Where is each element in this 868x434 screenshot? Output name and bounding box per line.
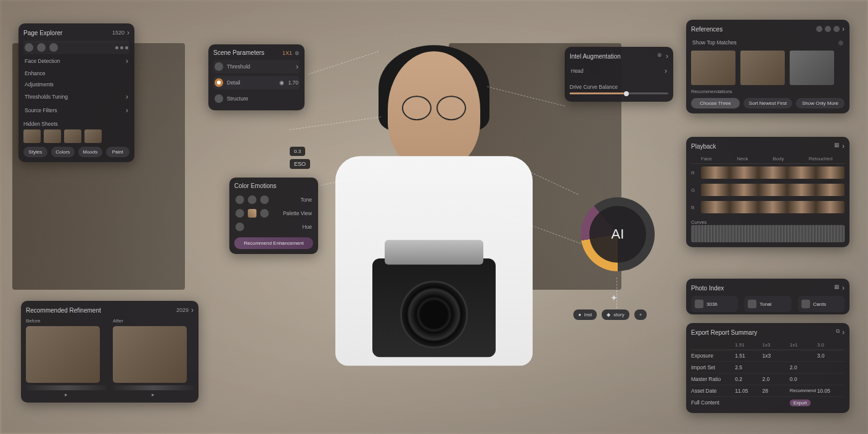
pill-show[interactable]: Show Only More: [796, 98, 845, 108]
thumbnail[interactable]: [64, 129, 81, 143]
tone-row[interactable]: Tone: [234, 193, 313, 207]
avatar-icon: [825, 26, 831, 32]
nav-face-detection[interactable]: Face Detection›: [23, 54, 129, 68]
nav-thresholds[interactable]: Thresholds Tuning›: [23, 90, 129, 104]
palette-row[interactable]: Palette View: [234, 207, 313, 220]
copy-icon[interactable]: ⧉: [836, 328, 840, 337]
grid-icon[interactable]: ▦: [834, 142, 840, 150]
ref-sub: Show Top Matches: [692, 39, 737, 46]
chevron-right-icon[interactable]: ›: [191, 306, 194, 314]
chevron-right-icon[interactable]: ›: [842, 25, 845, 33]
hue-row[interactable]: Hue: [234, 220, 313, 234]
detail-value: 1.70: [288, 80, 298, 86]
photo-index-panel: Photo Index ▦› 3036 Tonal Cards: [686, 279, 850, 314]
ref-thumbnail[interactable]: [740, 51, 785, 85]
playback-panel: Playback ▦› Face Neck Body Retouched R G…: [686, 137, 850, 247]
table-row[interactable]: Exposure1.511x33.0: [691, 350, 845, 362]
more-icon[interactable]: [115, 46, 128, 49]
scene-badge: 1X1: [282, 50, 292, 56]
nav-label: Enhance: [25, 70, 46, 76]
nav-enhance[interactable]: Enhance: [23, 68, 129, 79]
waveform-r[interactable]: [701, 166, 845, 179]
pill-moods[interactable]: Moods: [78, 147, 102, 157]
ai-dial[interactable]: AI: [581, 197, 655, 271]
ref-thumbnail[interactable]: [790, 51, 834, 85]
chevron-right-icon: ›: [126, 106, 128, 115]
after-thumbnail[interactable]: [113, 326, 187, 383]
slider-label: Drive Curve Balance: [570, 84, 668, 90]
index-tonal[interactable]: Tonal: [744, 296, 791, 312]
export-badge[interactable]: Export: [790, 399, 811, 406]
pill-styles[interactable]: Styles: [23, 147, 47, 157]
table-row[interactable]: Full ContentExport: [691, 397, 845, 408]
table-row[interactable]: Import Set2.52.0: [691, 362, 845, 374]
nav-label: Adjustments: [25, 81, 54, 88]
chevron-right-icon[interactable]: ›: [842, 284, 845, 292]
nav-adjustments[interactable]: Adjustments: [23, 79, 129, 90]
pill-paint[interactable]: Paint: [106, 147, 130, 157]
structure-label: Structure: [227, 96, 248, 102]
chip-add[interactable]: +: [634, 309, 647, 320]
balance-slider[interactable]: [570, 92, 668, 94]
play-icon[interactable]: ▸: [113, 391, 194, 398]
crosshair-icon[interactable]: ✦: [610, 293, 618, 303]
close-icon[interactable]: ⊗: [295, 50, 300, 56]
table-row[interactable]: Master Ratio0.22.00.0: [691, 374, 845, 385]
table-row[interactable]: Asset Date11.0528Recommend10.05: [691, 385, 845, 397]
spectrum-graph[interactable]: [691, 225, 845, 242]
index-camera[interactable]: 3036: [691, 296, 738, 312]
structure-row[interactable]: Structure: [213, 92, 300, 105]
threshold-row[interactable]: Threshold ›: [213, 60, 300, 73]
thumbnail[interactable]: [44, 129, 61, 143]
waveform-b[interactable]: [701, 201, 845, 213]
ref-recommend: Recommendations: [691, 89, 845, 94]
avatar-icon: [49, 43, 58, 52]
col-body: Body: [773, 156, 809, 162]
color-title: Color Emotions: [234, 182, 276, 189]
scene-title: Scene Parameters: [213, 49, 264, 56]
swatch-icon: [235, 223, 244, 231]
timeline-strip[interactable]: [113, 385, 194, 390]
chevron-right-icon: ›: [126, 57, 128, 65]
timeline-strip[interactable]: [26, 385, 107, 390]
ref-thumbnail[interactable]: [691, 51, 735, 85]
chevron-right-icon[interactable]: ›: [127, 28, 129, 37]
pill-choose[interactable]: Choose Three: [691, 98, 740, 108]
chevron-right-icon[interactable]: ›: [842, 328, 845, 337]
grid-icon[interactable]: ▦: [834, 284, 840, 292]
chevron-right-icon[interactable]: ›: [842, 142, 845, 150]
recommend-button[interactable]: Recommend Enhancement: [234, 237, 313, 249]
report-title: Export Report Summary: [691, 329, 757, 336]
nav-sources[interactable]: Source Filters›: [23, 104, 129, 117]
eso-badge: ESO: [290, 159, 310, 169]
avatar-icon: [833, 26, 840, 32]
col-retouch: Retouched: [809, 156, 845, 162]
chip-story[interactable]: ◆story: [602, 309, 629, 320]
pill-sort[interactable]: Sort Newest First: [743, 98, 792, 108]
wave-b-label: B: [691, 205, 697, 210]
detail-row[interactable]: Detail ◉ 1.70: [213, 76, 300, 89]
play-icon[interactable]: ▸: [26, 391, 107, 398]
ref-sub-row[interactable]: Show Top Matches ◎: [691, 37, 845, 48]
image-icon: [748, 300, 756, 308]
chevron-right-icon[interactable]: ›: [666, 52, 668, 60]
pill-colors[interactable]: Colors: [51, 147, 75, 157]
scene-params-panel: Scene Parameters 1X1 ⊗ Threshold › Detai…: [208, 44, 305, 110]
thumbnail[interactable]: [23, 129, 41, 143]
index-cards[interactable]: Cards: [798, 296, 845, 312]
eye-icon[interactable]: ◉: [279, 80, 284, 86]
before-thumbnail[interactable]: [26, 326, 100, 383]
link-icon[interactable]: ⊕: [657, 52, 662, 60]
target-icon[interactable]: ◎: [838, 39, 843, 46]
chip-inst[interactable]: ●inst: [573, 309, 597, 320]
avatar-icon: [215, 62, 223, 71]
threshold-label: Threshold: [227, 63, 250, 70]
wave-r-label: R: [691, 170, 697, 176]
head-label: Head: [571, 68, 583, 74]
thumbnail[interactable]: [84, 129, 102, 143]
ref-title: References: [691, 26, 723, 33]
camera-icon: [695, 300, 703, 308]
toolbar-row[interactable]: [23, 41, 129, 54]
waveform-g[interactable]: [701, 184, 845, 196]
head-row[interactable]: Head ›: [570, 64, 668, 78]
